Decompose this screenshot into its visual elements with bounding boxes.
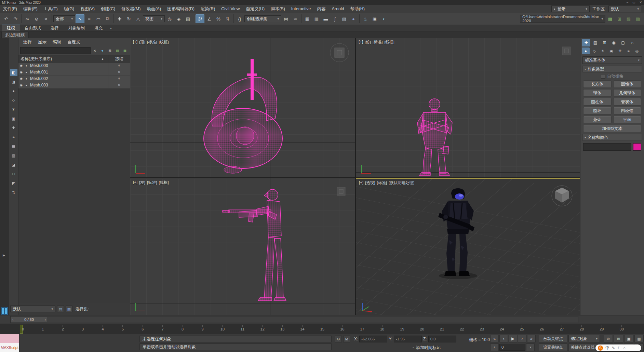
frame-tick-15[interactable]: 15 bbox=[319, 325, 325, 334]
set-key-button[interactable]: 设置关键点 bbox=[539, 343, 567, 351]
ribbon-tab-0[interactable]: 建模 bbox=[2, 25, 20, 31]
viewport-menu-standard[interactable]: [标准] bbox=[147, 40, 157, 45]
menu-item-1[interactable]: 编辑(E) bbox=[20, 5, 41, 13]
menu-item-4[interactable]: 视图(V) bbox=[77, 5, 98, 13]
key-step-forward-button[interactable]: › bbox=[526, 343, 535, 351]
frame-tick-12[interactable]: 12 bbox=[259, 325, 266, 334]
viewport-menu-standard[interactable]: [标准] bbox=[377, 180, 387, 186]
viewcube[interactable] bbox=[331, 181, 351, 202]
frozen-cell[interactable]: ❄ bbox=[108, 82, 130, 88]
close-button[interactable]: ✕ bbox=[639, 1, 642, 4]
viewport-menu-shading[interactable]: [线框] bbox=[384, 40, 394, 45]
project-path-field[interactable]: C:\Users\Administrator\Documents\3ds Max… bbox=[520, 15, 605, 23]
viewport-menu-shading[interactable]: [线框] bbox=[159, 180, 169, 185]
select-and-scale-button[interactable]: △ bbox=[134, 14, 143, 23]
align-button[interactable]: ≋ bbox=[291, 14, 300, 23]
viewport-menu-view[interactable]: [前] bbox=[365, 40, 371, 45]
redo-button[interactable]: ↷ bbox=[11, 14, 20, 23]
previous-frame-arrow[interactable]: ‹ bbox=[12, 318, 13, 322]
frame-tick-17[interactable]: 17 bbox=[359, 325, 365, 334]
reference-coordinate-dropdown[interactable]: 视图▾ bbox=[143, 15, 165, 22]
named-selection-dropdown[interactable]: 创建选择集▾ bbox=[244, 15, 281, 22]
window-crossing-toggle[interactable]: ⧉ bbox=[103, 14, 112, 23]
zoom-extents-button[interactable]: ▣ bbox=[624, 335, 633, 342]
viewport-left[interactable]: [+] [左] [标准] [线框] bbox=[130, 178, 355, 315]
eye-icon[interactable]: ◉ bbox=[18, 64, 24, 67]
select-and-move-button[interactable]: ✚ bbox=[115, 14, 124, 23]
rollout-name-color[interactable]: ▾ 名称和颜色 bbox=[582, 134, 642, 141]
angle-snap-button[interactable]: ∠ bbox=[205, 14, 214, 23]
zoom-extents-all-button[interactable]: ▦ bbox=[634, 335, 644, 342]
container-button[interactable]: ▨ bbox=[624, 14, 633, 23]
ribbon-chevron-icon[interactable]: ▾ bbox=[107, 25, 115, 31]
category-systems[interactable]: ◎ bbox=[633, 48, 641, 54]
category-shapes[interactable]: ◇ bbox=[590, 48, 598, 54]
table-row[interactable]: ◉●Mesh.000❄ bbox=[18, 63, 130, 69]
next-frame-arrow[interactable]: › bbox=[45, 318, 46, 322]
current-frame-field[interactable]: 0 bbox=[499, 344, 525, 351]
menu-item-7[interactable]: 动画(A) bbox=[144, 5, 164, 13]
ime-mode-indicator[interactable]: 中 bbox=[605, 345, 609, 351]
primitive-button-1[interactable]: 圆锥体 bbox=[613, 80, 642, 88]
primitive-button-6[interactable]: 圆环 bbox=[583, 107, 612, 114]
selection-region-button[interactable]: ▭ bbox=[94, 14, 103, 23]
render-production-button[interactable]: ◐ bbox=[379, 14, 388, 23]
menu-item-13[interactable]: Interactive bbox=[288, 5, 314, 13]
select-and-link-button[interactable]: ∞ bbox=[23, 14, 32, 23]
viewcube[interactable] bbox=[548, 181, 576, 210]
clear-search-icon[interactable]: ✕ bbox=[92, 48, 98, 54]
display-shapes-icon[interactable]: ◇ bbox=[10, 96, 17, 104]
display-containers-icon[interactable]: □ bbox=[10, 170, 17, 178]
menu-item-3[interactable]: 组(G) bbox=[61, 5, 78, 13]
menu-item-8[interactable]: 图形编辑器(D) bbox=[164, 5, 198, 13]
ime-pen-icon[interactable]: ✎ bbox=[612, 346, 615, 350]
expand-tray-arrow[interactable]: ▶ bbox=[3, 254, 5, 257]
keyboard-override-toggle[interactable]: ▤ bbox=[184, 14, 192, 23]
viewport-menu-plus[interactable]: [+] bbox=[359, 40, 363, 45]
viewport-menu-shading[interactable]: [默认明暗处理] bbox=[389, 180, 414, 186]
viewport-perspective[interactable]: [+] [透视] [标准] [默认明暗处理] bbox=[356, 178, 580, 315]
frame-tick-3[interactable]: 3 bbox=[80, 325, 86, 334]
frame-tick-7[interactable]: 7 bbox=[160, 325, 166, 334]
object-color-swatch[interactable] bbox=[633, 143, 641, 151]
frame-tick-25[interactable]: 25 bbox=[519, 325, 525, 334]
eye-icon[interactable]: ◉ bbox=[18, 77, 24, 80]
explorer-menu-3[interactable]: 自定义 bbox=[65, 39, 83, 45]
tab-motion[interactable]: ◉ bbox=[609, 39, 618, 46]
auto-key-button[interactable]: 自动关键点 bbox=[539, 335, 567, 342]
autogrid-checkbox[interactable] bbox=[601, 74, 605, 79]
select-and-manipulate-button[interactable]: ◈ bbox=[174, 14, 183, 23]
named-selection-sets-button[interactable]: {} bbox=[235, 14, 244, 23]
primitive-button-5[interactable]: 管状体 bbox=[613, 98, 642, 106]
menu-item-6[interactable]: 修改器(M) bbox=[118, 5, 144, 13]
frame-tick-16[interactable]: 16 bbox=[339, 325, 345, 334]
z-coordinate-field[interactable]: 0.0 bbox=[428, 336, 456, 342]
frame-tick-8[interactable]: 8 bbox=[179, 325, 186, 334]
category-helpers[interactable]: ✚ bbox=[616, 48, 624, 54]
display-spacewarps-icon[interactable]: ≈ bbox=[10, 133, 17, 141]
viewport-menu-plus[interactable]: [+] bbox=[133, 180, 137, 185]
maximize-button[interactable]: ▭ bbox=[632, 1, 635, 4]
scene-explorer-toggle[interactable]: ▦ bbox=[303, 14, 312, 23]
select-by-name-button[interactable]: ≡ bbox=[85, 14, 94, 23]
column-name-header[interactable]: 名称(按升序排序) ▲ bbox=[18, 56, 108, 62]
next-frame-button[interactable]: › bbox=[518, 335, 526, 342]
frame-tick-0[interactable]: 0 bbox=[20, 325, 26, 334]
viewport-menu-view[interactable]: [左] bbox=[139, 180, 145, 185]
menu-item-0[interactable]: 文件(F) bbox=[0, 5, 20, 13]
frame-tick-5[interactable]: 5 bbox=[120, 325, 126, 334]
snap-toggle-button[interactable]: 3³ bbox=[196, 14, 204, 23]
viewport-menu-standard[interactable]: [标准] bbox=[373, 40, 383, 45]
rollout-object-type[interactable]: ▾ 对象类型 bbox=[582, 66, 642, 72]
category-spacewarps[interactable]: ≈ bbox=[625, 48, 632, 54]
display-bones-icon[interactable]: ◪ bbox=[10, 161, 17, 168]
ribbon-toggle[interactable]: ▬ bbox=[321, 14, 330, 23]
frame-tick-13[interactable]: 13 bbox=[279, 325, 285, 334]
tab-display[interactable]: ▢ bbox=[619, 39, 627, 46]
viewport-layout-tabs-button[interactable] bbox=[1, 307, 8, 315]
ime-moon-icon[interactable]: ☾ bbox=[617, 346, 621, 350]
key-step-back-button[interactable]: ‹ bbox=[490, 343, 499, 351]
frame-tick-26[interactable]: 26 bbox=[539, 325, 545, 334]
asset-tracking-button[interactable]: ▩ bbox=[606, 14, 615, 23]
search-input[interactable] bbox=[20, 47, 91, 54]
